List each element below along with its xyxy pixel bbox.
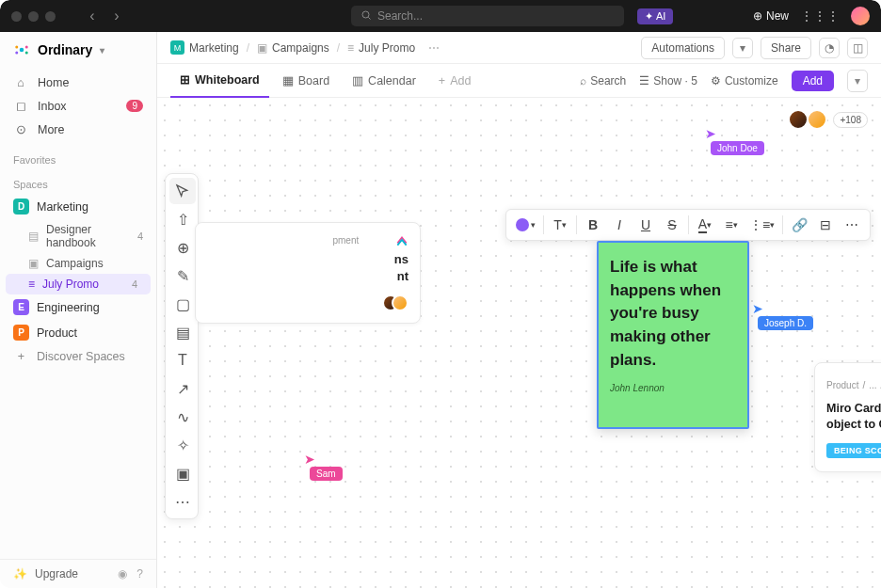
nav-home-label: Home [38,76,69,89]
task-title[interactable]: Miro Cards | Convert Miro object to Clic… [826,401,881,433]
back-button[interactable]: ‹ [82,6,103,26]
minimize-dot[interactable] [28,11,39,22]
ai-tool[interactable]: ✧ [169,432,196,458]
view-search[interactable]: ⌕ Search [580,74,626,87]
align-button[interactable]: ≡▾ [719,213,744,237]
space-engineering[interactable]: E Engineering [0,294,156,320]
shape-tool[interactable]: ▢ [169,291,196,317]
tab-whiteboard[interactable]: ⊞ Whiteboard [170,64,269,98]
strike-button[interactable]: S [660,213,684,237]
forward-button[interactable]: › [106,6,127,26]
ai-button[interactable]: ✦ AI [637,8,673,24]
close-dot[interactable] [11,11,22,22]
space-product[interactable]: P Product [0,320,156,345]
notification-icon[interactable]: ◔ [819,38,840,58]
inbox-icon: ◻ [13,99,28,113]
sticky-note[interactable]: Life is what happens when you're busy ma… [597,241,749,429]
new-button[interactable]: ⊕ New [753,9,789,23]
presence-more-count[interactable]: +108 [833,112,868,128]
whiteboard-canvas[interactable]: +108 ⇧ ⊕ ✎ ▢ ▤ T ↗ ∿ ✧ ▣ ⋯ pment [157,98,881,588]
italic-button[interactable]: I [607,213,632,237]
presence-avatar[interactable] [788,109,809,130]
color-swatch [516,218,529,231]
view-customize[interactable]: ⚙ Customize [711,74,778,87]
text-color[interactable]: A▾ [693,213,717,237]
space-marketing-label: Marketing [37,200,88,214]
whiteboard-toolbar: ⇧ ⊕ ✎ ▢ ▤ T ↗ ∿ ✧ ▣ ⋯ [165,173,199,519]
hand-tool[interactable]: ⇧ [169,206,196,232]
share-label: Share [771,41,801,55]
content-area: M Marketing / ▣ Campaigns / ≡ July Promo… [157,32,881,588]
more-tools[interactable]: ⋯ [169,488,196,515]
clickup-icon [395,234,408,247]
crumb-folder[interactable]: ▣ Campaigns [257,41,329,55]
upgrade-link[interactable]: Upgrade [35,567,78,580]
campaigns-label: Campaigns [46,257,104,270]
image-tool[interactable]: ▣ [169,460,196,486]
fill-color[interactable]: ▾ [512,213,539,237]
sticky-tool[interactable]: ▤ [169,319,196,345]
plus-icon: ⊕ [753,9,762,23]
sticky-quote-text[interactable]: Life is what happens when you're busy ma… [610,256,736,372]
connector-tool[interactable]: ↗ [169,375,196,402]
calendar-icon: ▥ [352,73,363,87]
list-designer-handbook[interactable]: ▤ Designer handbook 4 [0,219,156,253]
panel-icon[interactable]: ◫ [847,38,868,58]
crumb-space[interactable]: M Marketing [170,40,239,55]
view-show-label: Show · 5 [653,74,697,87]
tab-board[interactable]: ▦ Board [273,64,339,98]
automations-dropdown[interactable]: ▾ [732,38,753,58]
task-card-partial[interactable]: pment ns nt [195,222,421,324]
maximize-dot[interactable] [45,11,56,22]
presence-avatar[interactable] [807,109,827,130]
avatar[interactable] [392,294,408,311]
product-avatar: P [13,325,29,341]
user-avatar[interactable] [851,7,870,25]
crumb-list[interactable]: ≡ July Promo [347,41,415,55]
apps-grid-icon[interactable]: ⋮⋮⋮ [800,8,840,24]
task-breadcrumb: Product / ... / Member Development [826,374,881,395]
add-button-label: Add [803,74,823,87]
eye-icon: ☰ [639,74,649,87]
global-search[interactable]: Search... [351,6,624,26]
list-july-promo[interactable]: ≡ July Promo 4 [6,274,151,294]
discover-spaces[interactable]: + Discover Spaces [0,345,156,368]
task-crumb-space[interactable]: Product [826,380,858,390]
nav-more[interactable]: ⊙ More [0,118,156,141]
nav-home[interactable]: ⌂ Home [0,72,156,94]
link-tool[interactable]: ∿ [169,404,196,430]
font-size[interactable]: T▾ [548,213,572,237]
status-badge[interactable]: BEING SCOPED [826,443,881,458]
view-show[interactable]: ☰ Show · 5 [639,74,697,87]
tab-add-view[interactable]: + Add [429,64,481,98]
bold-button[interactable]: B [581,213,605,237]
pen-tool[interactable]: ✎ [169,262,196,289]
space-marketing[interactable]: D Marketing [0,194,156,219]
link-button[interactable]: 🔗 [787,213,811,237]
frame-tool[interactable]: ⊕ [169,234,196,261]
automations-button[interactable]: Automations [641,37,725,59]
nav-inbox[interactable]: ◻ Inbox 9 [0,94,156,118]
task-card[interactable]: Product / ... / Member Development Miro … [814,362,881,472]
select-tool[interactable] [169,178,196,204]
more-format[interactable]: ⋯ [840,213,864,237]
task-button[interactable]: ⊟ [813,213,838,237]
view-customize-label: Customize [725,74,778,87]
new-label: New [766,9,789,23]
july-count: 4 [132,278,137,290]
workspace-switcher[interactable]: Ordinary ▾ [0,32,156,68]
more-icon[interactable]: ⋯ [428,41,440,55]
view-tabs: ⊞ Whiteboard ▦ Board ▥ Calendar + Add ⌕ … [157,64,881,98]
list-button[interactable]: ⋮≡▾ [745,213,778,237]
person-icon[interactable]: ◉ [118,567,127,580]
text-tool[interactable]: T [169,347,196,373]
cursor-label: Joseph D. [758,316,813,330]
folder-campaigns[interactable]: ▣ Campaigns [0,253,156,274]
add-dropdown[interactable]: ▾ [847,70,868,92]
task-crumb-ellipsis[interactable]: ... [869,380,876,390]
share-button[interactable]: Share [761,37,811,59]
underline-button[interactable]: U [633,213,658,237]
tab-calendar[interactable]: ▥ Calendar [343,64,425,98]
help-icon[interactable]: ? [136,567,143,580]
add-button[interactable]: Add [792,71,834,91]
